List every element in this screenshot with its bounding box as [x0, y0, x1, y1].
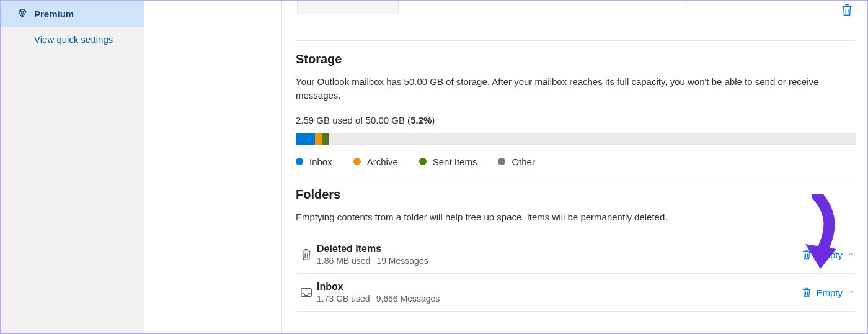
folders-description: Emptying contents from a folder will hel… — [296, 210, 856, 224]
trash-icon — [840, 3, 854, 17]
dot-icon — [419, 158, 427, 165]
legend-other: Other — [498, 156, 535, 167]
empty-folder-button[interactable]: Empty — [800, 284, 856, 300]
empty-folder-button[interactable]: Empty — [800, 246, 856, 263]
storage-legend: Inbox Archive Sent Items Other — [296, 156, 856, 167]
text-caret — [689, 1, 689, 11]
storage-usage-text: 2.59 GB used of 50.00 GB (5.2%) — [296, 115, 856, 125]
dot-icon — [498, 158, 505, 165]
delete-signature-button[interactable] — [838, 1, 856, 21]
settings-sidebar: Premium View quick settings — [1, 1, 144, 333]
trash-icon — [296, 248, 317, 261]
legend-archive: Archive — [353, 156, 398, 167]
storage-bar-other — [327, 133, 329, 145]
sidebar-item-label: View quick settings — [34, 34, 113, 45]
folder-name: Deleted Items — [317, 243, 800, 255]
folder-name: Inbox — [317, 281, 800, 292]
sidebar-item-label: Premium — [34, 9, 74, 19]
sidebar-item-quick-settings[interactable]: View quick settings — [1, 27, 144, 52]
folder-info: Inbox 1.73 GB used9,666 Messages — [317, 281, 800, 304]
dot-icon — [296, 158, 303, 165]
folder-info: Deleted Items 1.86 MB used19 Messages — [317, 243, 800, 266]
storage-heading: Storage — [296, 52, 856, 66]
sidebar-item-premium[interactable]: Premium — [1, 1, 144, 27]
folder-row-inbox: Inbox 1.73 GB used9,666 Messages Empty — [296, 274, 856, 312]
legend-inbox: Inbox — [296, 156, 332, 167]
folder-row-deleted-items: Deleted Items 1.86 MB used19 Messages Em… — [296, 236, 856, 274]
storage-bar-inbox — [296, 133, 315, 145]
legend-sent: Sent Items — [419, 156, 477, 167]
dot-icon — [353, 158, 361, 165]
chevron-down-icon — [846, 250, 855, 260]
divider — [296, 40, 856, 41]
divider — [296, 176, 856, 176]
folders-heading: Folders — [296, 187, 856, 202]
preview-column — [144, 1, 282, 333]
storage-description: Your Outlook mailbox has 50.00 GB of sto… — [296, 75, 856, 102]
folder-meta: 1.86 MB used19 Messages — [317, 256, 800, 266]
settings-content: Storage Your Outlook mailbox has 50.00 G… — [282, 1, 867, 333]
signature-preview — [297, 1, 399, 14]
diamond-icon — [16, 8, 29, 19]
trash-icon — [801, 249, 812, 260]
storage-bar-archive — [315, 133, 322, 145]
storage-bar-sent — [322, 133, 327, 145]
folder-meta: 1.73 GB used9,666 Messages — [317, 294, 800, 304]
inbox-icon — [296, 286, 317, 299]
chevron-down-icon — [846, 287, 855, 298]
trash-icon — [801, 287, 812, 298]
storage-bar — [296, 133, 856, 145]
